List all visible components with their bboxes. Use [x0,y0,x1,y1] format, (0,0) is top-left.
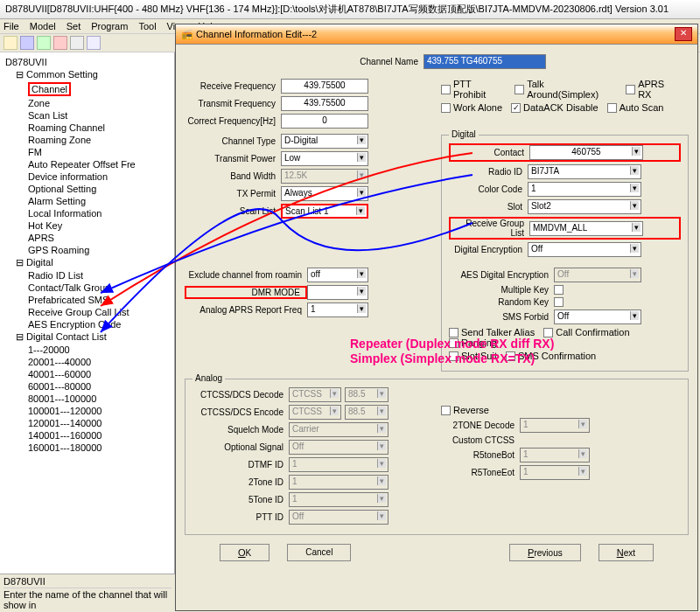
menu-set[interactable]: Set [66,21,81,31]
radioid-label: Radio ID [449,167,528,177]
ctcssenc-combo[interactable]: CTCSS [289,405,341,420]
tree-item-dcl[interactable]: 140001---160000 [4,429,171,442]
aprsreport-combo[interactable]: 1 [307,303,368,317]
callconfirm-check[interactable]: Call Confirmation [543,327,629,337]
slot-combo[interactable]: Slot2 [528,199,641,214]
tx-freq-input[interactable]: 439.75500 [281,96,368,111]
tree-group-digital[interactable]: ⊟ Digital [4,256,171,269]
dataack-check[interactable]: ✓DataACK Disable [511,102,598,113]
tree-item-prefabsms[interactable]: Prefabricated SMS [4,294,171,306]
menu-file[interactable]: File [4,21,19,31]
smsforbid-combo[interactable]: Off [554,309,641,324]
work-alone-check[interactable]: Work Alone [441,102,502,113]
slotsuit-check[interactable]: Slot Suit [449,351,497,361]
tree-item-devinfo[interactable]: Device information [4,170,171,183]
tree-item-dcl[interactable]: 1---20000 [4,344,171,356]
menu-tool[interactable]: Tool [138,21,156,31]
corr-freq-input[interactable]: 0 [281,114,368,129]
r5bot-combo[interactable]: 1 [520,448,590,462]
toolbar-icon[interactable] [37,36,51,50]
toolbar-icon[interactable] [87,36,101,50]
dtmf-combo[interactable]: 1 [289,457,388,472]
ranging-check[interactable]: Ranging [449,337,497,348]
pttid-combo[interactable]: Off [289,510,388,525]
reverse-check[interactable]: Reverse [441,405,489,415]
txpermit-combo[interactable]: Always [281,186,368,201]
tree-item-aes[interactable]: AES Encryption Code [4,318,171,330]
tree-item-aprs[interactable]: APRS [4,232,171,244]
ok-button[interactable]: OOKK [220,544,270,561]
tree-item-roamzone[interactable]: Roaming Zone [4,134,171,146]
smsconfirm-check[interactable]: SMS Confirmation [506,351,596,361]
chtype-combo[interactable]: D-Digital [281,134,368,149]
bw-combo[interactable]: 12.5K [281,169,368,184]
contact-combo[interactable]: 460755 [529,145,643,160]
rxgroup-combo[interactable]: MMDVM_ALL [529,221,643,236]
toolbar-icon[interactable] [4,36,18,50]
digenc-combo[interactable]: Off [528,242,641,257]
radioid-combo[interactable]: BI7JTA [528,164,641,179]
next-button[interactable]: Next [598,544,654,561]
tree-root[interactable]: D878UVII [4,56,171,68]
tone5-combo[interactable]: 1 [289,492,388,507]
tree-item-dcl[interactable]: 60001---80000 [4,380,171,393]
tree-item-hotkey[interactable]: Hot Key [4,219,171,232]
tree-item-channel[interactable]: Channel [28,82,71,96]
aes-combo[interactable]: Off [554,268,641,282]
prev-button[interactable]: Previous [509,544,581,561]
tree-item-rxgroup[interactable]: Receive Group Call List [4,306,171,318]
menu-program[interactable]: Program [91,21,128,31]
tree-item-gpsroam[interactable]: GPS Roaming [4,244,171,256]
tree-item-dcl[interactable]: 80001---100000 [4,393,171,405]
ptt-prohibit-check[interactable]: PTT Prohibit [441,79,506,100]
tree-item-contacttg[interactable]: Contact/Talk Group [4,282,171,294]
r5eot-label: R5ToneEot [441,468,520,477]
tree-item-radioid[interactable]: Radio ID List [4,269,171,282]
colorcode-combo[interactable]: 1 [528,182,641,197]
smsforbid-label: SMS Forbid [449,312,554,322]
autoscan-check[interactable]: Auto Scan [607,102,664,113]
tree-item-dcl[interactable]: 160001---180000 [4,442,171,454]
channel-name-input[interactable]: 439.755 TG460755 [424,54,546,69]
dmrmode-combo[interactable] [307,285,368,300]
corr-freq-label: Correct Frequency[Hz] [185,116,281,126]
menu-model[interactable]: Model [30,21,56,31]
tree-item-dcl[interactable]: 20001---40000 [4,356,171,368]
txpower-combo[interactable]: Low [281,151,368,166]
squelch-combo[interactable]: Carrier [289,422,388,437]
aprs-rx-check[interactable]: APRS RX [626,79,680,100]
tree-group-dcl[interactable]: ⊟ Digital Contact List [4,330,171,344]
toolbar-icon[interactable] [20,36,34,50]
ctcssdecval-combo[interactable]: 88.5 [345,387,388,402]
tree-item-dcl[interactable]: 100001---120000 [4,405,171,417]
randkey-check[interactable] [554,297,564,307]
multkey-check[interactable] [554,285,564,295]
tone2dec-combo[interactable]: 1 [520,418,590,433]
tree-item-dcl[interactable]: 40001---60000 [4,368,171,380]
ctcssdec-combo[interactable]: CTCSS [289,387,341,402]
tree-item-dcl[interactable]: 120001---140000 [4,417,171,429]
toolbar-icon[interactable] [70,36,84,50]
rx-freq-input[interactable]: 439.75500 [281,79,368,94]
tree-item-alarm[interactable]: Alarm Setting [4,195,171,207]
toolbar-icon[interactable] [53,36,67,50]
cancel-button[interactable]: Cancel [287,544,351,561]
tree-item-scanlist[interactable]: Scan List [4,109,171,122]
tree-group-common[interactable]: ⊟ Common Setting [4,68,171,81]
optsig-combo[interactable]: Off [289,440,388,455]
tree-item-roamch[interactable]: Roaming Channel [4,122,171,134]
ctcssencval-combo[interactable]: 88.5 [345,405,388,420]
tree-item-autorep[interactable]: Auto Repeater Offset Fre [4,158,171,170]
close-button[interactable]: ✕ [675,27,692,41]
tree-item-fm[interactable]: FM [4,146,171,158]
talk-around-check[interactable]: Talk Around(Simplex) [514,79,617,100]
tone2-combo[interactable]: 1 [289,475,388,490]
scanlist-combo[interactable]: Scan List 1 [281,204,368,219]
r5eot-combo[interactable]: 1 [520,465,590,480]
sendtalker-check[interactable]: Send Talker Alias [449,327,535,337]
tree-item-optset[interactable]: Optional Setting [4,183,171,195]
tree-item-localinfo[interactable]: Local Information [4,207,171,219]
exclroam-combo[interactable]: off [307,268,368,282]
tree-item-zone[interactable]: Zone [4,97,171,109]
channel-info-dialog: 📻 Channel Information Edit---2 ✕ Channel… [175,24,698,611]
